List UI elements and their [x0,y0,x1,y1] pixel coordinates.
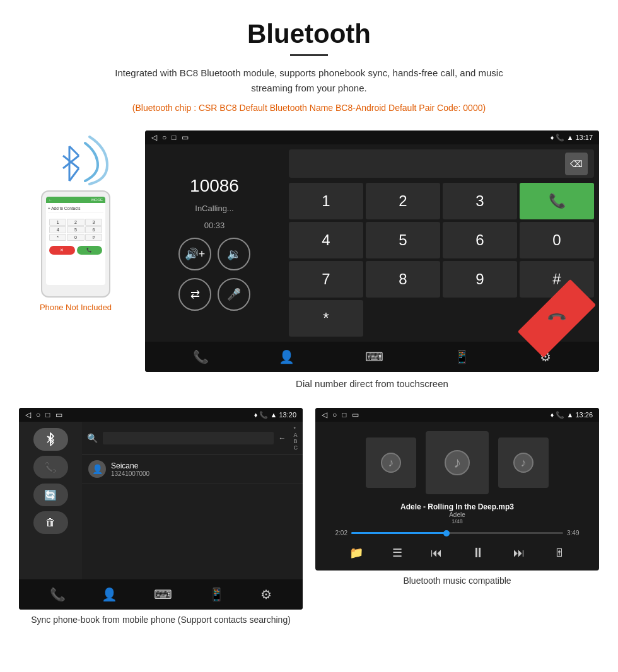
pb-nav-dialpad[interactable]: ⌨ [154,587,172,602]
dialpad-key-5: 5 [67,226,84,233]
dialpad-key-8[interactable]: 8 [366,261,440,298]
pb-time: 13:20 [279,411,296,419]
volume-up-button[interactable]: 🔊+ [178,238,211,270]
music-progress-fill [351,532,446,534]
music-playback-controls: 📁 ☰ ⏮ ⏸ ⏭ 🎚 [335,542,580,564]
back-icon: ◁ [151,133,157,142]
pb-contact-number: 13241007000 [111,470,149,477]
dialpad-key-6[interactable]: 6 [443,222,517,258]
disc-center: ♪ [445,450,470,475]
dialpad-key-2[interactable]: 2 [366,183,440,219]
nav-contacts-icon[interactable]: 👤 [279,349,294,364]
album-art-left: ♪ [366,437,416,488]
dialer-statusbar: ◁ ○ □ ▭ ♦ 📞 ▲ 13:17 [145,130,599,144]
nav-call-icon[interactable]: 📞 [193,349,209,364]
volume-down-button[interactable]: 🔉 [218,238,250,270]
nav-dialpad-icon[interactable]: ⌨ [365,349,383,364]
pb-search-bar: 🔍 ← *ABC [82,422,303,455]
music-track-number: 1/48 [400,518,514,524]
pb-search-icon: 🔍 [87,433,98,443]
music-playlist-icon[interactable]: ☰ [392,546,402,560]
transfer-icon: ⇄ [190,287,200,301]
pb-nav-call[interactable]: 📞 [50,587,66,602]
music-prev-icon[interactable]: ⏮ [431,547,442,560]
pb-contact-item[interactable]: 👤 Seicane 13241007000 [82,455,303,484]
pb-contact-avatar: 👤 [88,460,106,478]
pb-backspace-icon[interactable]: ← [279,434,286,443]
music-recents-nav: □ [342,410,346,419]
microphone-button[interactable]: 🎤 [218,278,250,311]
music-call-icon: 📞 [556,411,564,419]
phone-screen-content: + Add to Contacts 1 2 3 4 5 6 * 0 # [46,203,105,258]
dialpad-key-star[interactable]: * [289,300,363,337]
pb-nav-contacts[interactable]: 👤 [102,587,117,602]
pb-statusbar-right: ♦ 📞 ▲ 13:20 [254,411,296,419]
pb-nav-phonebook[interactable]: 📱 [209,587,224,602]
pb-nav-settings[interactable]: ⚙ [260,587,272,602]
music-progress-bar[interactable] [351,532,563,534]
music-track-info: Adele - Rolling In the Deep.mp3 Adele 1/… [400,502,514,524]
dialpad-key-9[interactable]: 9 [443,261,517,298]
dialpad-call-button[interactable]: 📞 [520,183,594,219]
pb-delete-icon[interactable]: 🗑 [33,511,68,534]
call-icon: 📞 [556,134,564,141]
header-note: (Bluetooth chip : CSR BC8 Default Blueto… [13,101,605,115]
time-display: 13:17 [575,134,593,141]
nav-phone-book-icon[interactable]: 📱 [454,349,470,364]
dialpad-key-1[interactable]: 1 [289,183,363,219]
location-icon: ♦ [551,134,554,141]
dialer-navbar: 📞 👤 ⌨ 📱 ⚙ [145,342,599,372]
dialpad-key-7: * [49,234,66,241]
main-section: ←MORE + Add to Contacts 1 2 3 4 5 6 * 0 … [0,121,618,402]
disc-left: ♪ [381,453,401,473]
dialpad-key-1: 1 [49,219,66,226]
music-artist-name: Adele [400,511,514,518]
pb-bluetooth-icon [33,428,68,451]
phone-dialpad: 1 2 3 4 5 6 * 0 # [48,217,103,242]
phonebook-caption: Sync phone-book from mobile phone (Suppo… [19,610,303,630]
pb-location-icon: ♦ [254,411,258,419]
volume-down-icon: 🔉 [227,247,241,261]
album-art-right: ♪ [498,437,549,488]
dialpad-key-0[interactable]: 0 [520,222,594,258]
dialpad-key-3[interactable]: 3 [443,183,517,219]
music-equalizer-icon[interactable]: 🎚 [554,547,565,560]
dialpad-key-4[interactable]: 4 [289,222,363,258]
microphone-icon: 🎤 [227,287,241,301]
dialer-extra-controls: ⇄ 🎤 [178,278,250,311]
music-play-pause-icon[interactable]: ⏸ [471,545,485,561]
bluetooth-signal-svg [38,130,114,187]
phone-screen-top: ←MORE [46,197,105,203]
dialer-content: 10086 InCalling... 00:33 🔊+ 🔉 ⇄ [145,144,599,342]
pb-sync-icon[interactable]: 🔄 [33,484,68,506]
android-dialer-screen: ◁ ○ □ ▭ ♦ 📞 ▲ 13:17 10086 InCalling... [145,130,599,372]
phone-mockup: ←MORE + Add to Contacts 1 2 3 4 5 6 * 0 … [41,190,110,298]
dialer-status: InCalling... [195,204,233,213]
dialpad-key-7[interactable]: 7 [289,261,363,298]
dialer-volume-controls: 🔊+ 🔉 [178,238,250,270]
wifi-icon: ▲ [567,134,574,141]
pb-phone-icon[interactable]: 📞 [33,456,68,478]
bluetooth-icon-area [38,130,114,187]
dialer-keypad-panel: ⌫ 1 2 3 📞 4 5 6 0 7 8 9 # [284,144,599,342]
music-home-nav: ○ [332,410,337,419]
dialpad-key-4: 4 [49,226,66,233]
music-location-icon: ♦ [551,411,554,419]
music-note-right: ♪ [521,456,527,470]
transfer-button[interactable]: ⇄ [178,278,211,311]
music-statusbar-right: ♦ 📞 ▲ 13:26 [551,411,593,419]
album-art-section: ♪ ♪ ♪ [366,431,549,494]
notification-icon: ▭ [182,133,189,142]
page-title: Bluetooth [13,19,605,49]
dialpad-key-6: 6 [85,226,102,233]
pb-call-indicator: 📞 [259,411,268,419]
music-folder-icon[interactable]: 📁 [349,546,363,560]
dialpad-delete-button[interactable]: ⌫ [565,153,588,175]
music-next-icon[interactable]: ⏭ [513,547,525,560]
music-back-nav: ◁ [322,410,327,419]
dialpad-key-5[interactable]: 5 [366,222,440,258]
statusbar-indicators: ♦ 📞 ▲ 13:17 [551,134,593,142]
music-screen: ◁ ○ □ ▭ ♦ 📞 ▲ 13:26 ♪ [315,408,599,571]
music-note-left: ♪ [388,456,394,470]
pb-statusbar-nav: ◁ ○ □ ▭ [25,410,62,419]
